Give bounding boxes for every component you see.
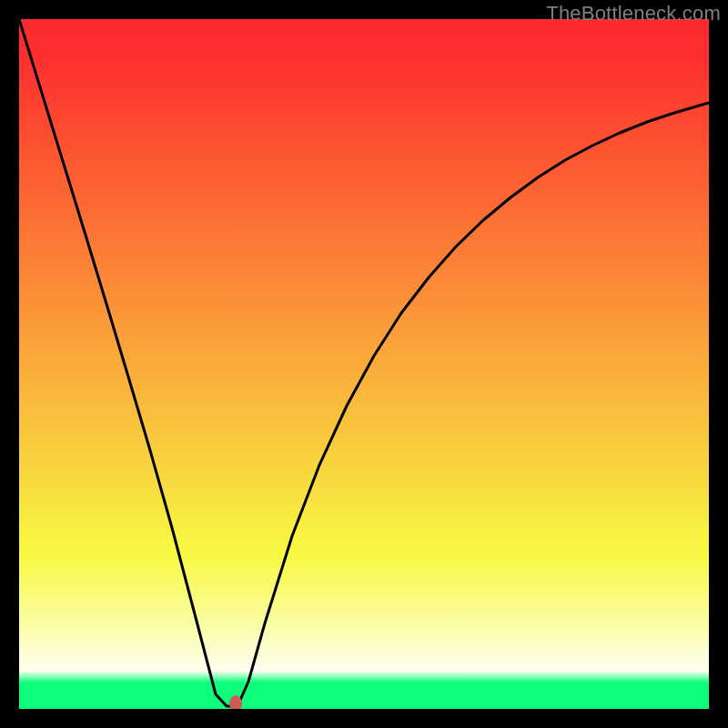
watermark-text: TheBottleneck.com [546, 2, 721, 25]
bottleneck-curve [19, 19, 709, 709]
svg-point-0 [229, 695, 242, 709]
chart-area [19, 19, 709, 709]
